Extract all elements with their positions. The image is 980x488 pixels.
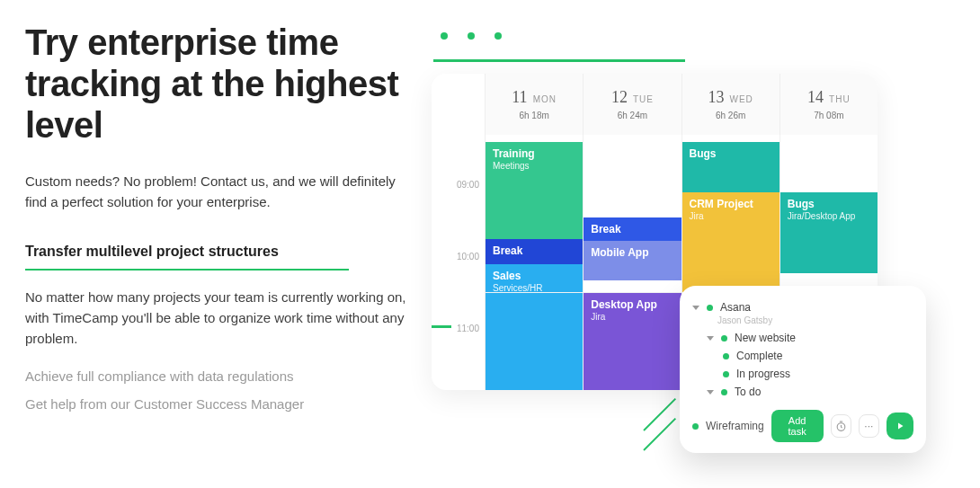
feature-item-csm[interactable]: Get help from our Customer Success Manag… xyxy=(25,396,414,412)
event-subtitle: Services/HR xyxy=(493,283,575,295)
time-label: 11:00 xyxy=(457,324,479,333)
day-duration: 6h 18m xyxy=(519,111,548,120)
more-button[interactable]: ··· xyxy=(859,414,879,438)
event-title: Break xyxy=(591,223,673,236)
chevron-down-icon xyxy=(692,306,699,310)
tree-todo[interactable]: To do xyxy=(692,383,913,401)
event-title: Desktop App xyxy=(591,298,673,312)
calendar-day-tue[interactable]: 12 TUE 6h 24m xyxy=(584,74,682,135)
add-task-button[interactable]: Add task xyxy=(771,410,824,442)
time-label: 09:00 xyxy=(457,180,479,190)
day-duration: 6h 26m xyxy=(716,111,745,120)
status-dot-icon xyxy=(692,423,699,430)
time-gutter: 09:00 10:00 11:00 xyxy=(432,135,486,390)
timer-icon[interactable] xyxy=(831,414,851,438)
status-dot-icon xyxy=(707,305,713,311)
event-title: Bugs xyxy=(788,198,870,211)
todo-label: To do xyxy=(735,386,761,398)
status-dot-icon xyxy=(723,371,729,377)
day-name: WED xyxy=(729,94,753,104)
event-bugs[interactable]: Bugs Jira/Desktop App xyxy=(780,192,878,273)
event-training[interactable]: Training Meetings xyxy=(486,142,583,239)
event-mobile-app[interactable]: Mobile App xyxy=(584,241,681,280)
calendar-day-mon[interactable]: 11 MON 6h 18m xyxy=(486,74,584,135)
event-subtitle: Jira xyxy=(591,312,673,324)
event-subtitle: Jira xyxy=(690,211,772,223)
project-label: Asana xyxy=(720,301,751,314)
event-title: CRM Project xyxy=(690,198,772,211)
headline: Try enterprise time tracking at the high… xyxy=(25,22,414,146)
tree-project[interactable]: Asana xyxy=(692,298,913,316)
tree-group[interactable]: New website xyxy=(692,329,913,347)
item-label: In progress xyxy=(736,368,790,380)
event-desktop-app[interactable]: Desktop App Jira xyxy=(584,293,681,390)
tree-item-inprogress[interactable]: In progress xyxy=(692,365,913,383)
feature-active-title[interactable]: Transfer multilevel project structures xyxy=(25,244,349,271)
event-title: Training xyxy=(493,147,575,161)
event-title: Bugs xyxy=(690,147,772,161)
play-button[interactable] xyxy=(886,413,913,439)
project-owner: Jason Gatsby xyxy=(717,315,913,325)
tree-item-complete[interactable]: Complete xyxy=(692,347,913,365)
calendar-column-mon: Training Meetings Break Sales Services/H… xyxy=(486,135,584,390)
day-number: 14 xyxy=(807,88,824,107)
feature-item-compliance[interactable]: Achieve full compliance with data regula… xyxy=(25,368,414,384)
day-number: 12 xyxy=(611,88,628,107)
event-sales[interactable]: Sales Services/HR xyxy=(486,264,583,390)
calendar-day-thu[interactable]: 14 THU 7h 08m xyxy=(780,74,878,135)
event-title: Sales xyxy=(493,270,575,283)
current-task-label: Wireframing xyxy=(706,420,764,432)
group-label: New website xyxy=(735,332,796,344)
feature-active-description: No matter how many projects your team is… xyxy=(25,287,414,350)
item-label: Complete xyxy=(736,350,782,362)
day-number: 11 xyxy=(512,88,527,107)
day-number: 13 xyxy=(708,88,724,107)
event-break[interactable]: Break xyxy=(584,217,681,241)
day-name: THU xyxy=(829,94,851,104)
subheadline: Custom needs? No problem! Contact us, an… xyxy=(25,171,403,213)
event-subtitle: Jira/Desktop App xyxy=(788,211,870,223)
event-bugs[interactable]: Bugs xyxy=(682,142,780,192)
event-title: Break xyxy=(493,244,575,258)
task-popover: Asana Jason Gatsby New website Complete … xyxy=(680,286,926,453)
chevron-down-icon xyxy=(707,390,714,395)
day-duration: 6h 24m xyxy=(618,111,647,120)
status-dot-icon xyxy=(721,335,727,342)
time-label: 10:00 xyxy=(457,252,479,262)
status-dot-icon xyxy=(721,389,727,395)
calendar-day-wed[interactable]: 13 WED 6h 26m xyxy=(682,74,780,135)
current-task[interactable]: Wireframing xyxy=(692,420,764,432)
day-name: TUE xyxy=(633,94,654,104)
event-subtitle: Meetings xyxy=(493,161,575,173)
status-dot-icon xyxy=(723,353,729,359)
event-title: Mobile App xyxy=(591,246,673,260)
decorative-diagonal xyxy=(644,430,683,469)
chevron-down-icon xyxy=(707,336,714,341)
current-time-indicator xyxy=(432,325,451,328)
calendar-column-tue: Break Mobile App Desktop App Jira xyxy=(584,135,682,390)
day-name: MON xyxy=(533,94,557,104)
day-duration: 7h 08m xyxy=(814,111,843,120)
decorative-dots xyxy=(441,32,502,40)
event-break[interactable]: Break xyxy=(486,239,583,264)
decorative-line xyxy=(433,59,685,62)
